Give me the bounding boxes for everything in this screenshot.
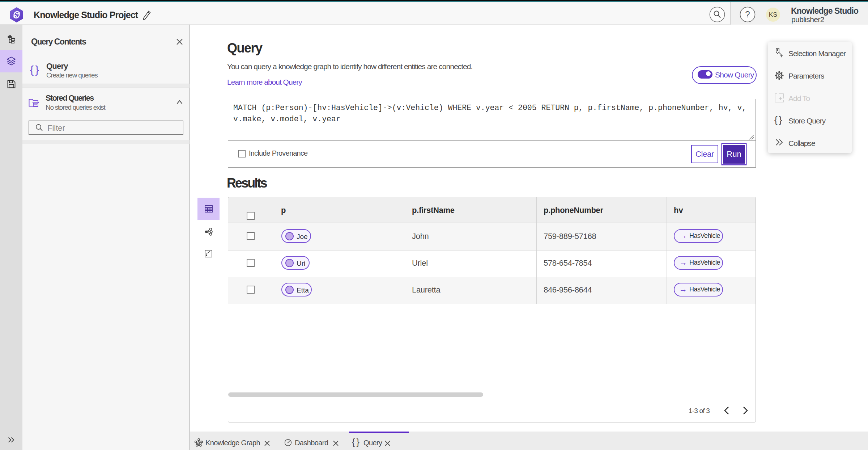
svg-text:?: ? xyxy=(745,9,750,19)
